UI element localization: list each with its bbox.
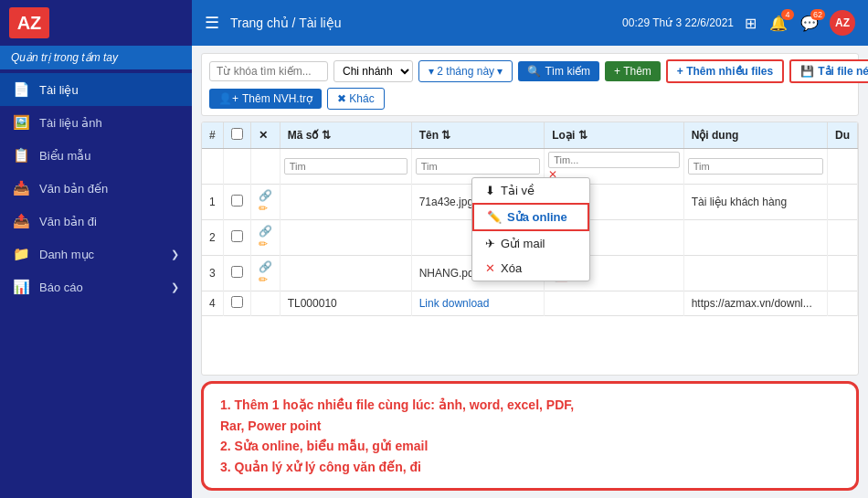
col-actions: ✕	[250, 122, 280, 149]
filter-content-input[interactable]	[688, 158, 823, 175]
notification-bell-button[interactable]: 🔔 4	[767, 13, 789, 34]
inbox-icon: 📥	[13, 180, 30, 196]
sidebar-item-danh-muc[interactable]: 📁 Danh mục ❯	[0, 238, 192, 270]
other-button[interactable]: ✖ Khác	[327, 88, 385, 110]
info-line1: 1. Thêm 1 hoặc nhiều file cùng lúc: ảnh,…	[220, 395, 840, 415]
edit-icon[interactable]: ✏	[259, 202, 268, 215]
message-badge: 62	[810, 9, 825, 20]
sidebar-item-bieu-mau[interactable]: 📋 Biểu mẫu	[0, 139, 192, 172]
sidebar-item-tai-lieu-anh[interactable]: 🖼️ Tài liệu ảnh	[0, 106, 192, 139]
table-header-row: # ✕ Mã số ⇅ Tên ⇅ Loại ⇅ Nội dung Du	[202, 122, 858, 149]
add-staff-button[interactable]: 👤+ Thêm NVH.trợ	[209, 89, 322, 109]
filter-du	[827, 149, 857, 185]
chart-icon: 📊	[13, 279, 30, 295]
cell-code	[280, 185, 411, 220]
cell-content: https://azmax.vn/downl...	[683, 291, 827, 316]
filter-num	[202, 149, 223, 185]
col-code[interactable]: Mã số ⇅	[280, 122, 411, 149]
period-button[interactable]: ▾ 2 tháng này ▾	[418, 60, 513, 82]
toolbar: Chi nhánh ▾ 2 tháng này ▾ 🔍 Tìm kiếm + T…	[201, 53, 859, 116]
sidebar-item-label: Danh mục	[39, 248, 94, 261]
copy-icon[interactable]: 🔗	[259, 260, 272, 273]
logo-icon: AZ	[9, 7, 49, 38]
branch-select[interactable]: Chi nhánh	[333, 60, 413, 82]
sidebar-item-label: Văn bản đi	[39, 215, 97, 228]
sidebar-item-van-ban-den[interactable]: 📥 Văn bản đến	[0, 172, 192, 205]
edit-icon[interactable]: ✏	[259, 238, 268, 250]
cell-content	[683, 220, 827, 256]
context-gui-mail[interactable]: ✈ Gửi mail	[472, 231, 589, 256]
filter-content	[683, 149, 827, 185]
row-checkbox[interactable]	[231, 266, 243, 278]
col-du: Du	[827, 122, 857, 149]
info-line3: 2. Sửa online, biểu mẫu, gửi email	[220, 436, 840, 456]
cell-actions: 🔗 ✏	[250, 185, 280, 220]
copy-icon[interactable]: 🔗	[259, 189, 272, 202]
header: ☰ Trang chủ / Tài liệu 00:29 Thứ 3 22/6/…	[192, 0, 868, 46]
col-num: #	[202, 122, 223, 149]
cell-code	[280, 220, 411, 256]
content-area: Chi nhánh ▾ 2 tháng này ▾ 🔍 Tìm kiếm + T…	[192, 46, 868, 498]
user-avatar-button[interactable]: AZ	[830, 10, 855, 36]
add-files-button[interactable]: + Thêm nhiều files	[666, 59, 784, 83]
search-button[interactable]: 🔍 Tìm kiếm	[518, 61, 599, 81]
main-area: ☰ Trang chủ / Tài liệu 00:29 Thứ 3 22/6/…	[192, 0, 868, 498]
sidebar: AZ Quản trị trong tầm tay 📄 Tài liệu 🖼️ …	[0, 0, 192, 498]
apps-icon-button[interactable]: ⊞	[743, 13, 758, 34]
sidebar-tagline: Quản trị trong tầm tay	[0, 46, 192, 69]
hamburger-icon[interactable]: ☰	[205, 13, 219, 33]
edit-icon[interactable]: ✏	[259, 273, 268, 286]
header-right: 00:29 Thứ 3 22/6/2021 ⊞ 🔔 4 💬 62 AZ	[622, 10, 855, 36]
cell-name[interactable]: Link download	[411, 291, 545, 316]
cell-num: 2	[202, 220, 223, 256]
context-sua-online[interactable]: ✏️ Sửa online	[472, 203, 589, 231]
context-xoa[interactable]: ✕ Xóa	[472, 256, 589, 281]
cell-content	[683, 256, 827, 291]
notification-badge: 4	[781, 9, 794, 20]
row-checkbox[interactable]	[231, 195, 243, 207]
select-all-checkbox[interactable]	[231, 128, 243, 140]
filter-code-input[interactable]	[284, 158, 408, 175]
filter-type-input[interactable]	[548, 152, 679, 168]
message-icon-button[interactable]: 💬 62	[799, 13, 820, 34]
copy-icon[interactable]: 🔗	[259, 225, 272, 238]
info-line2: Rar, Power point	[220, 416, 840, 436]
add-button[interactable]: + Thêm	[605, 61, 661, 81]
col-content: Nội dung	[683, 122, 827, 149]
chevron-right-icon: ❯	[171, 281, 179, 293]
toolbar-row2: 👤+ Thêm NVH.trợ ✖ Khác	[209, 88, 851, 110]
sidebar-item-label: Báo cáo	[39, 281, 83, 294]
col-check	[223, 122, 250, 149]
cell-check	[223, 220, 250, 256]
context-tai-ve[interactable]: ⬇ Tải về	[472, 178, 589, 203]
cell-du	[827, 256, 857, 291]
sidebar-item-bao-cao[interactable]: 📊 Báo cáo ❯	[0, 270, 192, 303]
cell-num: 3	[202, 256, 223, 291]
sidebar-item-tai-lieu[interactable]: 📄 Tài liệu	[0, 73, 192, 106]
sidebar-item-label: Tài liệu ảnh	[39, 116, 102, 130]
cell-code	[280, 256, 411, 291]
outbox-icon: 📤	[13, 213, 30, 229]
cell-check	[223, 291, 250, 316]
chevron-right-icon: ❯	[171, 249, 179, 260]
image-icon: 🖼️	[13, 114, 30, 131]
sidebar-item-label: Văn bản đến	[39, 182, 108, 196]
row-checkbox[interactable]	[231, 230, 243, 242]
cell-check	[223, 185, 250, 220]
sidebar-item-label: Tài liệu	[39, 83, 79, 97]
header-time: 00:29 Thứ 3 22/6/2021	[622, 16, 734, 29]
search-input[interactable]	[209, 61, 328, 81]
cell-num: 4	[202, 291, 223, 316]
filter-name-input[interactable]	[416, 158, 541, 175]
col-type[interactable]: Loại ⇅	[545, 122, 683, 149]
toolbar-row1: Chi nhánh ▾ 2 tháng này ▾ 🔍 Tìm kiếm + T…	[209, 59, 851, 83]
download-zip-button[interactable]: 💾 Tải file nén	[789, 59, 868, 83]
col-name[interactable]: Tên ⇅	[411, 122, 545, 149]
row-checkbox[interactable]	[231, 296, 243, 308]
cell-actions: 🔗 ✏	[250, 220, 280, 256]
cell-du	[827, 291, 857, 316]
sidebar-item-van-ban-di[interactable]: 📤 Văn bản đi	[0, 205, 192, 238]
download-icon: 💾	[800, 65, 814, 78]
info-line4: 3. Quản lý xử lý công văn đến, đi	[220, 457, 840, 477]
sidebar-nav: 📄 Tài liệu 🖼️ Tài liệu ảnh 📋 Biểu mẫu 📥 …	[0, 73, 192, 303]
